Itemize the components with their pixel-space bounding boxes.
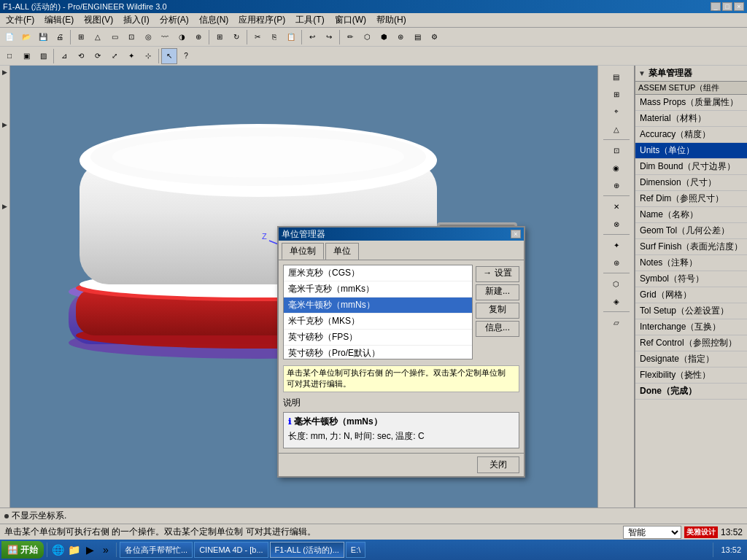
info-button[interactable]: 信息...: [476, 321, 519, 337]
start-button[interactable]: 🪟 开始: [1, 541, 44, 559]
left-arrow-down[interactable]: ▶: [2, 203, 7, 210]
menu-list-item-14[interactable]: Interchange（互换）: [635, 319, 747, 335]
menu-list-item-5[interactable]: Dimension（尺寸）: [635, 175, 747, 191]
dialog-close-btn[interactable]: 关闭: [477, 456, 519, 473]
taskbar-item-0[interactable]: 各位高手帮帮忙...: [120, 542, 193, 558]
left-arrow-up[interactable]: ▶: [2, 69, 7, 76]
tb-view7[interactable]: ⊕: [190, 29, 206, 45]
close-btn[interactable]: ×: [734, 2, 744, 11]
menu-edit[interactable]: 编辑(E): [40, 13, 78, 27]
unit-list-item-3[interactable]: 米千克秒（MKS）: [284, 314, 472, 330]
tb-view3[interactable]: ⊡: [123, 29, 139, 45]
menu-applications[interactable]: 应用程序(P): [234, 13, 290, 27]
tb-draw[interactable]: ▤: [409, 29, 425, 45]
tb2-3[interactable]: ▨: [35, 48, 51, 64]
set-button[interactable]: → 设置: [476, 266, 519, 282]
tb-paste[interactable]: 📋: [283, 29, 299, 45]
unit-list-item-5[interactable]: 英寸磅秒（Pro/E默认）: [284, 346, 472, 359]
tb2-5[interactable]: ⟲: [73, 48, 89, 64]
menu-window[interactable]: 窗口(W): [330, 13, 371, 27]
rt-btn-9[interactable]: ⊗: [603, 216, 630, 232]
unit-list-item-0[interactable]: 厘米克秒（CGS）: [284, 265, 472, 281]
tb-feature[interactable]: ⬡: [359, 29, 375, 45]
menu-list-item-18[interactable]: Done（完成）: [635, 384, 747, 400]
menu-list-item-12[interactable]: Grid（网格）: [635, 287, 747, 303]
menu-list-item-8[interactable]: Geom Tol（几何公差）: [635, 223, 747, 239]
tb-new[interactable]: 📄: [1, 29, 18, 45]
menu-list-item-10[interactable]: Notes（注释）: [635, 255, 747, 271]
tb-open[interactable]: 📂: [18, 29, 34, 45]
rt-btn-2[interactable]: ⊞: [603, 86, 630, 102]
rt-btn-13[interactable]: ◈: [603, 293, 630, 309]
tb-view6[interactable]: ◑: [174, 29, 190, 45]
rt-btn-5[interactable]: ⊡: [603, 142, 630, 158]
tab-unit-system[interactable]: 单位制: [282, 243, 324, 260]
tb-sketch[interactable]: ✏: [342, 29, 358, 45]
rt-btn-14[interactable]: ▱: [603, 314, 630, 330]
menu-list-item-16[interactable]: Designate（指定）: [635, 351, 747, 368]
rt-btn-10[interactable]: ✦: [603, 237, 630, 253]
taskbar-item-2[interactable]: F1-ALL (活动的)...: [270, 542, 344, 558]
tb2-6[interactable]: ⟳: [90, 48, 106, 64]
tb2-cursor[interactable]: ↖: [161, 48, 177, 64]
menu-tools[interactable]: 工具(T): [291, 13, 328, 27]
left-arrow-mid[interactable]: ▶: [2, 121, 7, 128]
rt-btn-8[interactable]: ✕: [603, 198, 630, 214]
tab-unit[interactable]: 单位: [325, 243, 359, 260]
tb-copy[interactable]: ⎘: [266, 29, 282, 45]
tb-asm[interactable]: ⊛: [392, 29, 409, 45]
menu-view[interactable]: 视图(V): [80, 13, 117, 27]
tb-cut[interactable]: ✂: [249, 29, 266, 45]
new-button[interactable]: 新建...: [476, 284, 519, 300]
menu-file[interactable]: 文件(F): [1, 13, 39, 27]
tb-print[interactable]: 🖨: [52, 29, 68, 45]
tb2-9[interactable]: ⊹: [140, 48, 156, 64]
rt-btn-7[interactable]: ⊕: [603, 177, 630, 193]
menu-analysis[interactable]: 分析(A): [155, 13, 193, 27]
menu-help[interactable]: 帮助(H): [372, 13, 411, 27]
copy-button[interactable]: 复制: [476, 303, 519, 319]
dialog-close-button[interactable]: ×: [511, 230, 521, 238]
menu-list-item-13[interactable]: Tol Setup（公差设置）: [635, 303, 747, 319]
smart-select[interactable]: 智能: [623, 526, 681, 539]
maximize-btn[interactable]: □: [722, 2, 732, 11]
tb-undo[interactable]: ↩: [304, 29, 320, 45]
menu-info[interactable]: 信息(N): [195, 13, 233, 27]
tb-rotate[interactable]: ↻: [228, 29, 244, 45]
tb2-7[interactable]: ⤢: [107, 48, 123, 64]
tb-view5[interactable]: 〰: [157, 29, 173, 45]
tb2-2[interactable]: ▣: [18, 48, 34, 64]
menu-list-item-9[interactable]: Surf Finish（表面光洁度）: [635, 239, 747, 255]
menu-list-item-2[interactable]: Accuracy（精度）: [635, 127, 747, 143]
unit-list-item-2[interactable]: 毫米牛顿秒（mmNs）: [284, 298, 472, 314]
menu-list-item-3[interactable]: Units（单位）: [635, 143, 747, 159]
taskbar-media-icon[interactable]: ▶: [82, 542, 97, 557]
unit-list-item-4[interactable]: 英寸磅秒（FPS）: [284, 330, 472, 346]
menu-insert[interactable]: 插入(I): [119, 13, 153, 27]
menu-list-item-0[interactable]: Mass Props（质量属性）: [635, 95, 747, 111]
tb-redo[interactable]: ↪: [321, 29, 337, 45]
tb-coord[interactable]: ⊞: [212, 29, 228, 45]
taskbar-item-3[interactable]: E:\: [346, 542, 365, 558]
taskbar-extra-icon[interactable]: »: [98, 542, 113, 557]
tb2-8[interactable]: ✦: [123, 48, 139, 64]
taskbar-explorer-icon[interactable]: 📁: [66, 542, 81, 557]
menu-list-item-1[interactable]: Material（材料）: [635, 111, 747, 127]
tb2-1[interactable]: □: [1, 48, 18, 64]
menu-list-item-4[interactable]: Dim Bound（尺寸边界）: [635, 159, 747, 175]
tb-orient[interactable]: ⊞: [73, 29, 89, 45]
taskbar-ie-icon[interactable]: 🌐: [50, 542, 65, 557]
tb-view2[interactable]: ▭: [107, 29, 123, 45]
menu-list-item-6[interactable]: Ref Dim（参照尺寸）: [635, 191, 747, 207]
minimize-btn[interactable]: _: [711, 2, 721, 11]
tb-view4[interactable]: ◎: [140, 29, 156, 45]
unit-list-item-1[interactable]: 毫米千克秒（mmKs）: [284, 281, 472, 298]
tb-view1[interactable]: △: [90, 29, 106, 45]
menu-list-item-17[interactable]: Flexibility（挠性）: [635, 368, 747, 384]
rt-btn-11[interactable]: ⊛: [603, 254, 630, 271]
rt-btn-4[interactable]: △: [603, 121, 630, 137]
tb-mfg[interactable]: ⚙: [426, 29, 442, 45]
tb2-help[interactable]: ?: [178, 48, 194, 64]
rt-btn-12[interactable]: ⬡: [603, 276, 630, 292]
menu-list-item-15[interactable]: Ref Control（参照控制）: [635, 335, 747, 351]
